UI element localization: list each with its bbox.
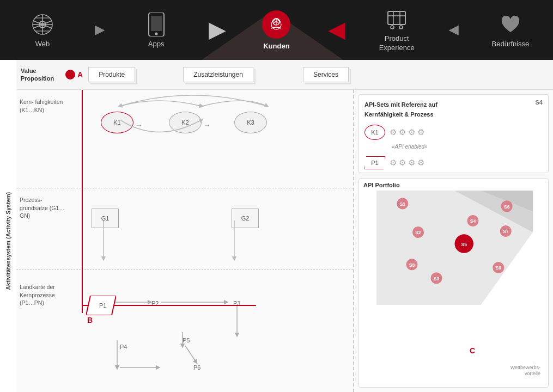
main-content: ValueProposition A Produkte Zusatzleistu… (0, 60, 553, 392)
nav-product-experience-label: ProductExperience (379, 34, 415, 53)
point-b-label: B (87, 316, 93, 324)
api-p1-node: P1 (364, 156, 385, 169)
node-p3: P3 (233, 298, 240, 308)
vp-card-services[interactable]: Services (303, 67, 349, 82)
left-axis-label: Aktivitätensystem (Activity System) (1, 90, 15, 392)
api-s4-badge: S4 (536, 99, 543, 106)
arrow-kunden-product-icon: ◀ (329, 18, 344, 42)
svg-point-25 (399, 26, 403, 29)
api-enabled-label: «API enabled» (392, 141, 543, 151)
nav-apps-label: Apps (148, 40, 165, 48)
kunden-icon (262, 10, 290, 39)
p1-gear-2-icon: ⚙ (399, 158, 406, 168)
arrow-k2-k3-icon: → (203, 121, 211, 130)
point-c-label: C (470, 346, 475, 355)
gear-4-icon: ⚙ (417, 127, 424, 137)
arrow-web-apps-icon: ▶ (95, 23, 104, 37)
api-sets-title: API-Sets mit Referenz aufKernfähigkeit &… (364, 101, 437, 118)
nav-beduerfnisse-label: Bedürfnisse (492, 40, 530, 48)
node-g1: G1 (92, 209, 119, 228)
node-p5: P5 (183, 335, 190, 345)
node-p1: P1 (86, 296, 116, 317)
portfolio-title: API Portfolio (363, 182, 544, 188)
api-sets-header: API-Sets mit Referenz aufKernfähigkeit &… (364, 99, 543, 119)
value-proposition-row: ValueProposition A Produkte Zusatzleistu… (16, 60, 553, 90)
cart-icon (385, 7, 409, 31)
svg-text:P1: P1 (99, 302, 106, 309)
arrow-product-beduerfnisse-icon: ◀ (449, 23, 458, 37)
node-p2: P2 (151, 298, 159, 308)
h-dashed-line-2 (16, 270, 353, 270)
value-proposition-label: ValueProposition (21, 67, 54, 83)
p1-gear-3-icon: ⚙ (408, 158, 415, 168)
api-p1-gears: ⚙ ⚙ ⚙ ⚙ (390, 158, 424, 168)
node-k1: K1 (101, 112, 133, 133)
svg-text:S6: S6 (504, 204, 510, 210)
api-p1-row: P1 ⚙ ⚙ ⚙ ⚙ (364, 156, 543, 169)
vp-label-a: A (77, 70, 83, 79)
arrow-apps-kunden-icon: ▶ (209, 18, 224, 42)
gear-2-icon: ⚙ (399, 127, 406, 137)
node-p6: P6 (193, 362, 200, 372)
nav-beduerfnisse[interactable]: Bedürfnisse (478, 13, 543, 48)
api-k1-node: K1 (364, 125, 385, 140)
svg-rect-20 (388, 11, 405, 24)
svg-text:S8: S8 (409, 262, 415, 268)
api-sets-box: API-Sets mit Referenz aufKernfähigkeit &… (358, 94, 549, 173)
nav-kunden[interactable]: Kunden (244, 10, 309, 50)
section-kern-label: Kern- fähigkeiten (K1…KN) (20, 98, 69, 114)
node-k2: K2 (169, 112, 202, 133)
portfolio-svg: S1 S2 S3 S4 S5 S6 (376, 191, 533, 305)
h-dashed-line-1 (16, 188, 353, 188)
portfolio-chart: Time to Market Wettbewerbs-vorteile S1 S… (363, 191, 544, 379)
vp-card-produkte[interactable]: Produkte (88, 67, 135, 82)
top-nav-bar: Web ▶ Apps ▶ Kunden (0, 0, 553, 60)
svg-point-24 (391, 26, 394, 29)
api-portfolio-box: API Portfolio Time to Market Wettbewerbs… (358, 178, 549, 388)
activity-system-area: Kern- fähigkeiten (K1…KN) Prozess- grund… (16, 90, 354, 392)
svg-rect-13 (151, 16, 162, 31)
web-icon (31, 13, 54, 36)
api-k1-gears: ⚙ ⚙ ⚙ ⚙ (390, 127, 424, 137)
svg-text:S2: S2 (415, 230, 421, 235)
node-k3: K3 (234, 112, 267, 133)
svg-text:S7: S7 (503, 229, 509, 234)
apps-icon (144, 13, 168, 36)
nav-product-experience[interactable]: ProductExperience (364, 7, 429, 53)
heart-icon (499, 13, 522, 36)
svg-text:S9: S9 (496, 265, 502, 271)
nav-web-label: Web (35, 40, 50, 48)
svg-point-14 (155, 32, 157, 35)
svg-text:S3: S3 (434, 276, 440, 281)
svg-text:S1: S1 (400, 201, 406, 207)
red-vertical-line (82, 90, 83, 313)
vp-card-zusatzleistungen[interactable]: Zusatzleistungen (183, 67, 253, 82)
arrow-k1-k2-icon: → (135, 121, 143, 130)
vp-dot-a (65, 70, 75, 79)
x-axis-label: Wettbewerbs-vorteile (511, 365, 540, 377)
g-node-arrows (87, 193, 267, 280)
gear-1-icon: ⚙ (390, 127, 397, 137)
node-p4: P4 (120, 341, 127, 351)
svg-text:S5: S5 (461, 242, 467, 247)
p1-gear-1-icon: ⚙ (390, 158, 397, 168)
p1-gear-4-icon: ⚙ (417, 158, 424, 168)
api-k1-row: K1 ⚙ ⚙ ⚙ ⚙ (364, 125, 543, 140)
svg-text:S4: S4 (470, 218, 476, 224)
nav-kunden-label: Kunden (263, 42, 289, 50)
nav-apps[interactable]: Apps (124, 13, 189, 48)
section-landkarte-label: Landkarte der Kernprozesse (P1…PN) (20, 283, 69, 307)
section-prozess-label: Prozess- grundsätze (G1…GN) (20, 196, 69, 220)
nav-web[interactable]: Web (10, 13, 75, 48)
gear-3-icon: ⚙ (408, 127, 415, 137)
node-g2: G2 (232, 209, 259, 228)
api-panel: Business API System API-Sets mit Referen… (354, 90, 553, 392)
